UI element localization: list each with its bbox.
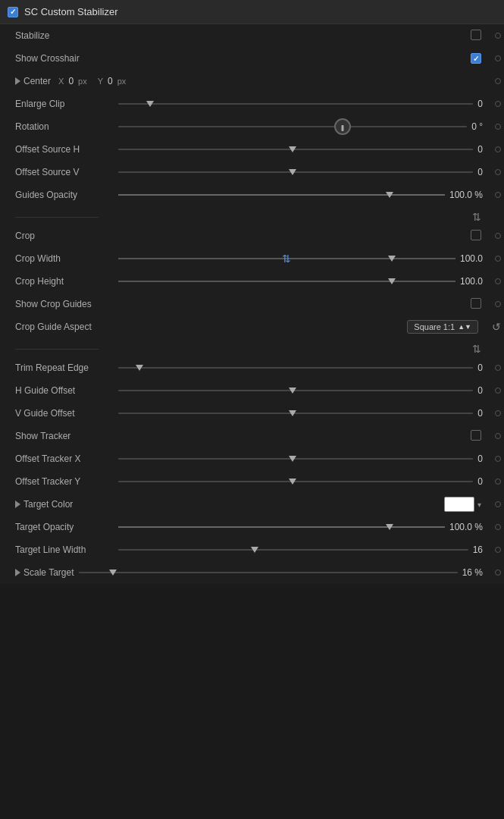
- crop-width-row: Crop Width ⇅ 100.0: [0, 247, 504, 270]
- offset-tracker-x-slider[interactable]: [118, 453, 473, 465]
- h-guide-offset-slider[interactable]: [118, 384, 473, 397]
- offset-source-v-row: Offset Source V 0: [0, 161, 504, 184]
- show-crosshair-dot[interactable]: [495, 55, 501, 61]
- enlarge-clip-value: 0: [477, 99, 483, 109]
- show-tracker-label: Show Tracker: [15, 431, 114, 441]
- sort-arrows-1[interactable]: ⇅: [472, 211, 481, 223]
- target-opacity-value: 100.0 %: [449, 522, 483, 532]
- crop-height-row: Crop Height 100.0: [0, 270, 504, 293]
- offset-tracker-x-row: Offset Tracker X 0: [0, 447, 504, 470]
- crop-label: Crop: [15, 231, 114, 241]
- crop-height-slider[interactable]: [118, 275, 455, 287]
- v-guide-offset-slider[interactable]: [118, 407, 473, 419]
- stabilize-dot[interactable]: [495, 33, 501, 39]
- show-crosshair-checkbox[interactable]: [471, 53, 481, 64]
- center-x-value[interactable]: 0: [68, 76, 74, 86]
- enlarge-clip-row: Enlarge Clip 0: [0, 93, 504, 115]
- enlarge-clip-dot[interactable]: [495, 101, 501, 107]
- offset-tracker-y-row: Offset Tracker Y 0: [0, 470, 504, 493]
- center-dot[interactable]: [495, 78, 501, 84]
- offset-tracker-y-slider[interactable]: [118, 475, 473, 488]
- show-tracker-dot[interactable]: [495, 433, 501, 439]
- sort-arrows-2[interactable]: ⇅: [472, 343, 481, 355]
- x-unit: px: [78, 77, 87, 86]
- target-color-expand[interactable]: Target Color: [15, 499, 73, 510]
- x-label: X: [58, 77, 64, 86]
- crop-guide-aspect-dropdown[interactable]: Square 1:1 ▲▼: [407, 320, 478, 334]
- trim-repeat-edge-value: 0: [477, 362, 483, 373]
- v-guide-offset-dot[interactable]: [495, 410, 501, 416]
- crop-height-label: Crop Height: [15, 276, 114, 287]
- show-crop-guides-checkbox[interactable]: [471, 298, 481, 309]
- offset-tracker-y-label: Offset Tracker Y: [15, 476, 114, 487]
- guides-opacity-label: Guides Opacity: [15, 190, 114, 200]
- target-color-dot[interactable]: [495, 501, 501, 507]
- crop-width-dot[interactable]: [495, 256, 501, 262]
- offset-source-v-dot[interactable]: [495, 169, 501, 175]
- crop-width-slider[interactable]: ⇅: [118, 253, 455, 265]
- scale-target-expand[interactable]: Scale Target: [15, 567, 74, 578]
- v-guide-offset-row: V Guide Offset 0: [0, 402, 504, 425]
- h-guide-offset-dot[interactable]: [495, 388, 501, 394]
- rotation-dot[interactable]: [495, 124, 501, 130]
- target-opacity-dot[interactable]: [495, 524, 501, 530]
- stabilize-label: Stabilize: [15, 30, 114, 41]
- target-line-width-row: Target Line Width 16: [0, 538, 504, 561]
- divider-1: [15, 217, 99, 218]
- target-color-chevron[interactable]: ▾: [477, 500, 481, 509]
- scale-target-label: Scale Target: [23, 567, 74, 578]
- center-expand[interactable]: Center: [15, 76, 51, 86]
- offset-tracker-y-value: 0: [477, 476, 483, 487]
- y-label: Y: [98, 77, 103, 86]
- crop-row: Crop: [0, 224, 504, 247]
- reset-icon[interactable]: ↺: [492, 321, 501, 333]
- rotation-value: 0 °: [471, 121, 483, 132]
- show-tracker-checkbox[interactable]: [471, 430, 481, 441]
- show-crop-guides-dot[interactable]: [495, 301, 501, 307]
- show-crosshair-row: Show Crosshair: [0, 47, 504, 70]
- rotation-slider[interactable]: [118, 121, 467, 133]
- crop-checkbox[interactable]: [471, 230, 481, 240]
- trim-repeat-edge-label: Trim Repeat Edge: [15, 362, 114, 373]
- crop-width-label: Crop Width: [15, 253, 114, 264]
- guides-opacity-dot[interactable]: [495, 192, 501, 198]
- h-guide-offset-label: H Guide Offset: [15, 385, 114, 396]
- center-row: Center X 0 px Y 0 px: [0, 70, 504, 93]
- rotation-label: Rotation: [15, 121, 114, 132]
- dropdown-chevron: ▲▼: [458, 323, 471, 331]
- crop-dot[interactable]: [495, 233, 501, 239]
- y-unit: px: [117, 77, 127, 86]
- panel-enable-checkbox[interactable]: [8, 7, 18, 17]
- target-color-row: Target Color ▾: [0, 493, 504, 516]
- offset-tracker-x-dot[interactable]: [495, 456, 501, 462]
- enlarge-clip-slider[interactable]: [118, 98, 473, 110]
- offset-tracker-y-dot[interactable]: [495, 479, 501, 485]
- target-opacity-slider[interactable]: [118, 521, 445, 533]
- show-crop-guides-row: Show Crop Guides: [0, 293, 504, 315]
- crop-width-value: 100.0: [460, 253, 483, 264]
- trim-repeat-edge-slider[interactable]: [118, 362, 473, 374]
- scale-target-dot[interactable]: [495, 570, 501, 576]
- target-line-width-dot[interactable]: [495, 547, 501, 553]
- target-line-width-slider[interactable]: [118, 544, 468, 556]
- target-color-swatch[interactable]: [444, 497, 474, 512]
- center-triangle: [15, 77, 20, 85]
- divider-2: [15, 349, 99, 350]
- scale-target-slider[interactable]: [79, 566, 458, 579]
- offset-tracker-x-value: 0: [477, 453, 483, 464]
- offset-source-h-slider[interactable]: [118, 143, 473, 155]
- enlarge-clip-label: Enlarge Clip: [15, 99, 114, 109]
- stabilize-checkbox[interactable]: [471, 30, 481, 40]
- trim-repeat-edge-dot[interactable]: [495, 365, 501, 371]
- crop-height-dot[interactable]: [495, 278, 501, 284]
- panel-header: SC Custom Stabilizer: [0, 0, 504, 24]
- rotation-row: Rotation 0 °: [0, 115, 504, 138]
- center-y-value[interactable]: 0: [108, 76, 113, 86]
- crop-guide-aspect-row: Crop Guide Aspect Square 1:1 ▲▼ ↺: [0, 315, 504, 338]
- guides-opacity-value: 100.0 %: [449, 190, 483, 200]
- scale-target-value: 16 %: [462, 567, 483, 578]
- offset-source-h-dot[interactable]: [495, 146, 501, 152]
- guides-opacity-slider[interactable]: [118, 189, 445, 201]
- offset-source-v-slider[interactable]: [118, 166, 473, 178]
- show-crosshair-label: Show Crosshair: [15, 53, 114, 64]
